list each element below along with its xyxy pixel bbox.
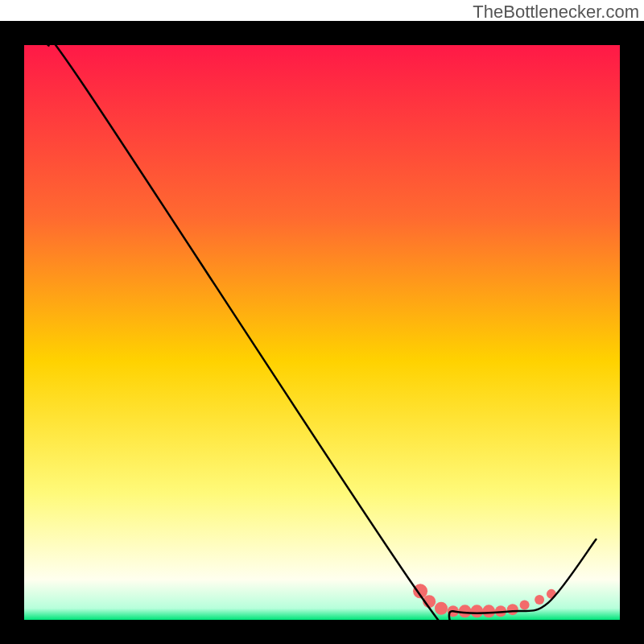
svg-point-12	[520, 600, 530, 609]
watermark-text: TheBottlenecker.com	[473, 2, 639, 23]
svg-point-7	[459, 605, 472, 617]
chart-svg	[0, 21, 644, 644]
svg-point-11	[507, 604, 518, 615]
svg-point-8	[470, 605, 483, 617]
chart-frame: TheBottlenecker.com	[0, 0, 644, 644]
svg-point-9	[482, 605, 495, 617]
chart-plot	[0, 21, 644, 644]
svg-point-13	[535, 595, 544, 605]
svg-point-5	[435, 602, 448, 615]
